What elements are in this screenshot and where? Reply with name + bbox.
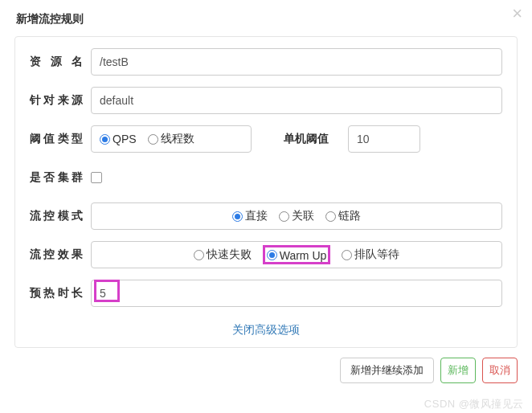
row-mode: 流控模式 直接 关联 链路 (30, 202, 502, 230)
radio-label: 线程数 (161, 132, 194, 146)
row-warmup-duration: 预热时长 (30, 280, 502, 307)
warmup-duration-input[interactable] (91, 280, 502, 307)
row-cluster: 是否集群 (30, 164, 502, 191)
label-cluster: 是否集群 (30, 170, 91, 185)
label-resource-name: 资源名 (30, 55, 91, 69)
label-warmup-duration: 预热时长 (30, 286, 91, 301)
add-continue-button[interactable]: 新增并继续添加 (340, 358, 434, 383)
radio-label: 直接 (245, 209, 268, 223)
modal-footer: 新增并继续添加 新增 取消 (0, 358, 532, 391)
row-effect: 流控效果 快速失败 Warm Up 排队等待 (30, 241, 502, 268)
radio-link[interactable]: 链路 (325, 209, 361, 223)
radio-label: Warm Up (280, 249, 327, 262)
radio-fast-fail[interactable]: 快速失败 (194, 247, 252, 262)
row-threshold-type: 阈值类型 QPS 线程数 单机阈值 (30, 125, 502, 153)
modal-body: 资源名 针对来源 阈值类型 QPS 线程数 单机阈值 (14, 36, 518, 348)
radio-icon (279, 211, 289, 222)
radio-queue-wait[interactable]: 排队等待 (342, 247, 399, 262)
radio-thread-count[interactable]: 线程数 (148, 132, 194, 146)
label-threshold-type: 阈值类型 (30, 132, 91, 146)
radio-icon (342, 250, 352, 260)
radio-label: 排队等待 (354, 247, 399, 262)
radio-icon (232, 211, 243, 222)
radio-label: 链路 (338, 209, 361, 223)
modal-title: 新增流控规则 (16, 12, 516, 27)
label-mode: 流控模式 (30, 209, 91, 223)
cluster-checkbox[interactable] (91, 172, 102, 183)
radio-direct[interactable]: 直接 (232, 209, 268, 223)
radio-label: QPS (113, 133, 137, 145)
watermark: CSDN @微风撞见云 (424, 397, 524, 411)
single-threshold-input[interactable] (348, 125, 420, 153)
radio-icon (267, 250, 277, 260)
add-button[interactable]: 新增 (440, 358, 476, 383)
radio-relate[interactable]: 关联 (279, 209, 314, 223)
effect-group: 快速失败 Warm Up 排队等待 (91, 241, 502, 268)
label-single-threshold: 单机阈值 (284, 132, 329, 146)
collapse-advanced-link[interactable]: 关闭高级选项 (30, 318, 502, 341)
cancel-button[interactable]: 取消 (482, 358, 518, 383)
label-source: 针对来源 (30, 93, 91, 108)
label-effect: 流控效果 (30, 247, 91, 262)
radio-label: 关联 (292, 209, 314, 223)
source-input[interactable] (91, 87, 502, 114)
resource-name-input[interactable] (91, 48, 502, 76)
radio-icon (100, 134, 110, 145)
modal-header: 新增流控规则 × (0, 0, 532, 36)
mode-group: 直接 关联 链路 (91, 202, 502, 230)
radio-label: 快速失败 (207, 247, 252, 262)
close-icon[interactable]: × (512, 3, 522, 24)
row-source: 针对来源 (30, 87, 502, 114)
radio-icon (325, 211, 336, 222)
row-resource-name: 资源名 (30, 48, 502, 76)
radio-qps[interactable]: QPS (100, 133, 137, 145)
radio-warm-up[interactable]: Warm Up (267, 249, 327, 262)
highlight-warmup: Warm Up (263, 245, 331, 264)
threshold-type-group: QPS 线程数 (91, 125, 252, 153)
radio-icon (148, 134, 158, 145)
radio-icon (194, 250, 204, 260)
